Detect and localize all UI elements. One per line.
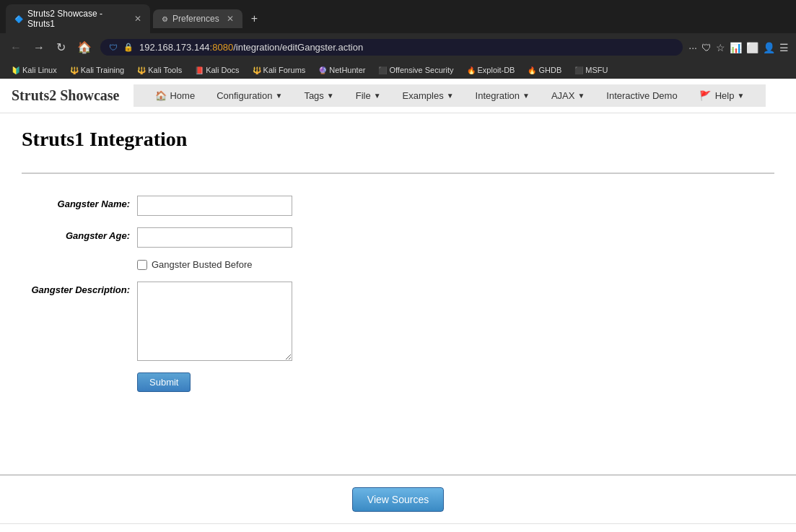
bookmark-exploit-db-label: Exploit-DB xyxy=(478,66,515,74)
gangster-busted-row: Gangster Busted Before xyxy=(137,259,774,270)
bookmark-kali-linux[interactable]: 🔰 Kali Linux xyxy=(6,64,63,76)
bookmark-kali-training[interactable]: 🔱 Kali Training xyxy=(64,64,131,76)
app-nav: 🏠 Home Configuration ▼ Tags ▼ File ▼ Exa… xyxy=(134,84,766,107)
page-title: Struts1 Integration xyxy=(22,128,774,151)
nav-configuration-label: Configuration xyxy=(217,90,272,101)
tab-preferences-close[interactable]: ✕ xyxy=(227,14,234,24)
forward-button[interactable]: → xyxy=(30,38,48,57)
nav-tags[interactable]: Tags ▼ xyxy=(294,84,344,107)
bookmark-nethunter[interactable]: 🔮 NetHunter xyxy=(312,64,371,76)
file-caret: ▼ xyxy=(374,92,381,100)
nav-help[interactable]: 🚩 Help ▼ xyxy=(689,84,755,107)
address-bar[interactable]: 🛡 🔒 192.168.173.144:8080/integration/edi… xyxy=(100,39,683,56)
tags-caret: ▼ xyxy=(327,92,334,100)
nav-interactive-demo[interactable]: Interactive Demo xyxy=(596,84,687,107)
security-icon: 🛡 xyxy=(109,43,118,53)
ajax-caret: ▼ xyxy=(577,92,585,100)
gangster-busted-container: Gangster Busted Before xyxy=(137,259,252,270)
msfu-icon: ⬛ xyxy=(574,66,583,74)
bookmark-kali-linux-label: Kali Linux xyxy=(22,66,57,74)
tab-label: Struts2 Showcase - Struts1 xyxy=(27,9,127,29)
bookmark-msfu-label: MSFU xyxy=(585,66,608,74)
bookmark-kali-tools-label: Kali Tools xyxy=(148,66,182,74)
page-divider xyxy=(22,173,774,174)
nav-file[interactable]: File ▼ xyxy=(346,84,391,107)
nav-examples[interactable]: Examples ▼ xyxy=(393,84,464,107)
nav-help-label: Help xyxy=(715,90,735,101)
help-caret: ▼ xyxy=(737,92,744,100)
gangster-description-label: Gangster Description: xyxy=(22,282,137,295)
bookmark-kali-docs[interactable]: 📕 Kali Docs xyxy=(189,64,245,76)
back-button[interactable]: ← xyxy=(7,38,25,57)
submit-button[interactable]: Submit xyxy=(137,372,191,392)
tab-struts2[interactable]: 🔷 Struts2 Showcase - Struts1 ✕ xyxy=(6,4,150,33)
new-tab-button[interactable]: + xyxy=(245,9,263,28)
home-icon: 🏠 xyxy=(155,90,167,101)
examples-caret: ▼ xyxy=(447,92,454,100)
lock-icon: 🔒 xyxy=(123,43,134,52)
bookmark-offensive-security-label: Offensive Security xyxy=(389,66,453,74)
tab-preferences-label: Preferences xyxy=(172,14,219,24)
bookmark-kali-tools[interactable]: 🔱 Kali Tools xyxy=(131,64,188,76)
nethunter-icon: 🔮 xyxy=(318,66,327,74)
address-text: 192.168.173.144:8080/integration/editGan… xyxy=(139,42,674,53)
kali-forums-icon: 🔱 xyxy=(253,66,261,74)
offensive-security-icon: ⬛ xyxy=(378,66,387,74)
preferences-icon: ⚙ xyxy=(162,15,168,23)
gangster-description-textarea[interactable] xyxy=(137,282,292,361)
shield-button[interactable]: 🛡 xyxy=(701,42,712,53)
gangster-busted-label: Gangster Busted Before xyxy=(152,259,252,270)
gangster-name-label: Gangster Name: xyxy=(22,196,137,209)
tab-bar: 🔷 Struts2 Showcase - Struts1 ✕ ⚙ Prefere… xyxy=(0,0,796,33)
nav-configuration[interactable]: Configuration ▼ xyxy=(206,84,292,107)
app-title: Struts2 Showcase xyxy=(12,87,119,104)
reload-button[interactable]: ↻ xyxy=(53,38,69,57)
bookmark-kali-docs-label: Kali Docs xyxy=(206,66,239,74)
kali-docs-icon: 📕 xyxy=(195,66,204,74)
submit-row: Submit xyxy=(137,372,774,392)
tab-close-button[interactable]: ✕ xyxy=(134,14,141,24)
bookmark-kali-forums[interactable]: 🔱 Kali Forums xyxy=(247,64,312,76)
bookmark-exploit-db[interactable]: 🔥 Exploit-DB xyxy=(461,64,521,76)
gangster-name-input[interactable] xyxy=(137,196,292,216)
nav-home-label: Home xyxy=(170,90,195,101)
ghdb-icon: 🔥 xyxy=(528,66,536,74)
bookmark-kali-forums-label: Kali Forums xyxy=(263,66,306,74)
kali-training-icon: 🔱 xyxy=(70,66,79,74)
nav-home[interactable]: 🏠 Home xyxy=(145,84,205,107)
gangster-name-control xyxy=(137,196,292,216)
gangster-name-row: Gangster Name: xyxy=(22,196,774,216)
menu-button[interactable]: ☰ xyxy=(779,42,789,53)
address-port: :8080 xyxy=(210,42,234,53)
more-options-button[interactable]: ··· xyxy=(688,42,697,53)
app-title-bar: Struts2 Showcase 🏠 Home Configuration ▼ … xyxy=(0,79,796,113)
nav-integration[interactable]: Integration ▼ xyxy=(465,84,540,107)
nav-tags-label: Tags xyxy=(304,90,323,101)
tab-preferences[interactable]: ⚙ Preferences ✕ xyxy=(153,9,242,28)
kali-linux-icon: 🔰 xyxy=(12,66,20,74)
integration-caret: ▼ xyxy=(522,92,530,100)
bookmark-msfu[interactable]: ⬛ MSFU xyxy=(569,64,613,76)
nav-interactive-demo-label: Interactive Demo xyxy=(606,90,677,101)
gangster-description-control xyxy=(137,282,292,361)
address-ip: 192.168.173.144 xyxy=(139,42,210,53)
page-content: Struts1 Integration Gangster Name: Gangs… xyxy=(0,113,796,460)
bookmark-star-button[interactable]: ☆ xyxy=(716,42,725,53)
gangster-busted-checkbox[interactable] xyxy=(137,260,147,270)
reading-mode-button[interactable]: 📊 xyxy=(730,42,742,53)
configuration-caret: ▼ xyxy=(275,92,282,100)
navigation-bar: ← → ↻ 🏠 🛡 🔒 192.168.173.144:8080/integra… xyxy=(0,33,796,61)
nav-file-label: File xyxy=(356,90,371,101)
gangster-age-input[interactable] xyxy=(137,227,292,248)
tab-manager-button[interactable]: ⬜ xyxy=(746,42,758,53)
bookmark-ghdb[interactable]: 🔥 GHDB xyxy=(522,64,567,76)
bookmark-offensive-security[interactable]: ⬛ Offensive Security xyxy=(372,64,459,76)
home-button[interactable]: 🏠 xyxy=(74,38,95,57)
nav-ajax[interactable]: AJAX ▼ xyxy=(541,84,595,107)
view-sources-button[interactable]: View Sources xyxy=(352,487,444,512)
nav-action-buttons: ··· 🛡 ☆ 📊 ⬜ 👤 ☰ xyxy=(688,42,789,53)
nav-integration-label: Integration xyxy=(476,90,520,101)
footer-bar: Copyright © 2003-2021 The Apache Softwar… xyxy=(0,523,796,532)
bookmark-nethunter-label: NetHunter xyxy=(329,66,365,74)
account-button[interactable]: 👤 xyxy=(763,42,775,53)
